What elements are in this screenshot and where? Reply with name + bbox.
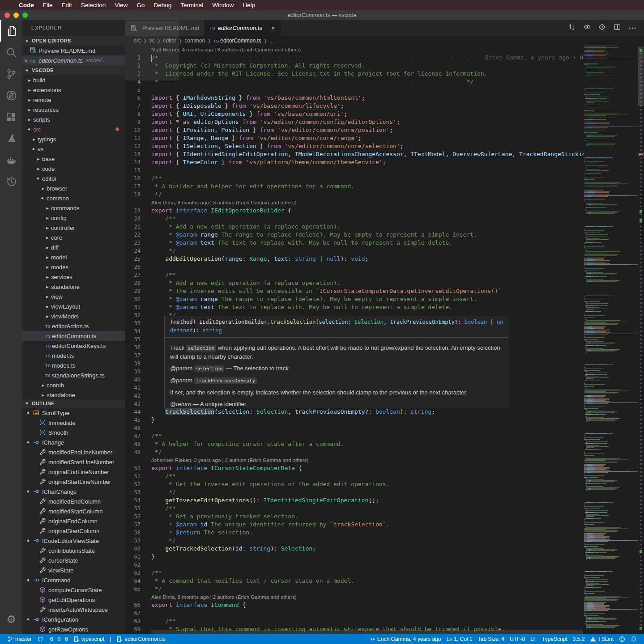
close-window-button[interactable]	[4, 13, 10, 18]
menu-item-code[interactable]: Code	[14, 0, 38, 10]
tree-item-standalone[interactable]: ▸standalone	[22, 390, 125, 398]
code-line[interactable]: 65 */	[125, 585, 644, 593]
code-line[interactable]: 67	[125, 609, 644, 617]
code-line[interactable]: 11import { IRange, Range } from 'vs/edit…	[125, 134, 644, 142]
statusbar-ln-1-col-1[interactable]: Ln 1, Col 1	[444, 634, 475, 644]
menu-item-view[interactable]: View	[110, 0, 132, 10]
menu-item-terminal[interactable]: Terminal	[176, 0, 208, 10]
tab-editorCommon.ts[interactable]: TSeditorCommon.ts×	[205, 20, 281, 36]
code-line[interactable]: 63/**	[125, 569, 644, 577]
outline-header[interactable]: ▸ OUTLINE	[22, 398, 125, 408]
close-editor-icon[interactable]: ×	[22, 57, 30, 64]
window-titlebar[interactable]: editorCommon.ts — vscode	[0, 10, 644, 20]
tree-item-modes.ts[interactable]: TSmodes.ts	[22, 360, 125, 370]
code-line[interactable]: 26	[125, 263, 644, 271]
statusbar-typescript[interactable]: typescript	[71, 634, 107, 644]
outline-item-getRawOptions[interactable]: getRawOptions	[22, 624, 125, 634]
menu-item-selection[interactable]: Selection	[77, 0, 111, 10]
code-line[interactable]: 17 * A builder and helper for edit opera…	[125, 182, 644, 191]
code-line[interactable]: 68 /**	[125, 617, 644, 625]
tree-item-editor[interactable]: ▸editor	[22, 174, 125, 183]
activitybar-settings-gear[interactable]: ⚙	[0, 609, 22, 630]
code-line[interactable]: 29 * The inverse edits will be accessibl…	[125, 287, 644, 295]
menu-item-debug[interactable]: Debug	[149, 0, 176, 10]
minimize-window-button[interactable]	[13, 13, 19, 18]
codelens-link[interactable]: Alex Dima, 8 months ago | 2 authors (Eri…	[125, 593, 644, 601]
tree-item-scripts[interactable]: ▸scripts	[22, 114, 125, 124]
statusbar-3-5-2[interactable]: 3.5.2	[570, 634, 588, 644]
action-open-changes[interactable]	[598, 23, 606, 33]
code-line[interactable]: 52 * Get the inverse edit operations of …	[125, 480, 644, 488]
code-line[interactable]: 25 addEditOperation(range: Range, text: …	[125, 255, 644, 263]
menu-item-file[interactable]: File	[38, 0, 57, 10]
code-line[interactable]: 12import { ISelection, Selection } from …	[125, 142, 644, 150]
code-line[interactable]: 27 /**	[125, 271, 644, 279]
action-compare-changes[interactable]	[568, 23, 576, 33]
code-line[interactable]: 10import { IPosition, Position } from 'v…	[125, 126, 644, 134]
code-line[interactable]: 46	[125, 424, 644, 432]
breadcrumb-file[interactable]: TSeditorCommon.ts	[213, 38, 262, 44]
tree-item-services[interactable]: ▸services	[22, 272, 125, 282]
tree-item-base[interactable]: ▸base	[22, 154, 125, 164]
outline-item-ICharChange[interactable]: ▸ICharChange	[22, 487, 125, 496]
tree-item-standalone[interactable]: ▸standalone	[22, 282, 125, 292]
outline-item-computeCursorState[interactable]: computeCursorState	[22, 585, 125, 595]
horizontal-scrollbar[interactable]	[151, 630, 583, 634]
code-line[interactable]: 6import { IMarkdownString } from 'vs/bas…	[125, 94, 644, 102]
statusbar-smiley[interactable]	[616, 634, 628, 644]
code-line[interactable]: 5	[125, 86, 644, 94]
outline-item-viewState[interactable]: viewState	[22, 565, 125, 575]
tree-item-typings[interactable]: ▸typings	[22, 134, 125, 144]
code-line[interactable]: 59 */	[125, 537, 644, 545]
menu-item-window[interactable]: Window	[208, 0, 238, 10]
outline-item-contributionsState[interactable]: contributionsState	[22, 546, 125, 555]
code-line[interactable]: 24 */	[125, 247, 644, 255]
vertical-scrollbar[interactable]	[638, 46, 644, 634]
statusbar--[interactable]: |	[107, 634, 114, 644]
code-line[interactable]: 57 * @param id The unique identifier ret…	[125, 521, 644, 529]
code-line[interactable]: 4 *-------------------------------------…	[125, 78, 644, 86]
code-line[interactable]: 23 * @param text The text to replace wit…	[125, 239, 644, 247]
activitybar-source-control[interactable]	[0, 63, 22, 85]
statusbar-tslint[interactable]: TSLint	[587, 634, 616, 644]
codelens-link[interactable]: Alex Dima, 8 months ago | 3 authors (Eri…	[125, 199, 644, 207]
tree-item-contrib[interactable]: ▸contrib	[22, 380, 125, 390]
menu-item-go[interactable]: Go	[132, 0, 149, 10]
outline-item-ScrollType[interactable]: ▸ScrollType	[22, 408, 125, 418]
outline-item-originalStartLineNumber[interactable]: originalStartLineNumber	[22, 477, 125, 487]
outline-item-IChange[interactable]: ▸IChange	[22, 437, 125, 447]
code-line[interactable]: 64 * A command that modifies text / curs…	[125, 577, 644, 585]
outline-item-modifiedStartColumn[interactable]: modifiedStartColumn	[22, 506, 125, 516]
tree-item-model.ts[interactable]: TSmodel.ts	[22, 351, 125, 360]
minimap-slider[interactable]	[125, 21, 179, 80]
code-line[interactable]: 45}	[125, 416, 644, 424]
more-actions-icon[interactable]: ···	[629, 24, 637, 32]
tree-item-editorCommon.ts[interactable]: TSeditorCommon.ts	[22, 331, 125, 341]
code-line[interactable]: 62	[125, 561, 644, 569]
tree-item-standaloneStrings.ts[interactable]: TSstandaloneStrings.ts	[22, 370, 125, 380]
activitybar-history[interactable]	[0, 170, 22, 192]
code-line[interactable]: 66export interface ICommand {	[125, 601, 644, 609]
code-line[interactable]: 13import { IIdentifiedSingleEditOperatio…	[125, 150, 644, 158]
statusbar-utf-8[interactable]: UTF-8	[507, 634, 528, 644]
code-line[interactable]: 48 * A helper for computing cursor state…	[125, 440, 644, 448]
tree-item-remote[interactable]: ▸remote	[22, 95, 125, 105]
open-editor-item[interactable]: ×TSeditorCommon.tssrc/vs/...	[22, 55, 125, 65]
tree-item-controller[interactable]: ▸controller	[22, 223, 125, 233]
code-line[interactable]: 60 getTrackedSelection(id: string): Sele…	[125, 545, 644, 553]
code-line[interactable]: 56 * Get a previously tracked selection.	[125, 513, 644, 521]
outline-item-getEditOperations[interactable]: getEditOperations	[22, 595, 125, 605]
outline-item-modifiedStartLineNumber[interactable]: modifiedStartLineNumber	[22, 457, 125, 467]
statusbar-editorcommon-ts[interactable]: editorCommon.ts	[114, 634, 168, 644]
tree-item-extensions[interactable]: ▸extensions	[22, 85, 125, 95]
outline-item-modifiedEndColumn[interactable]: modifiedEndColumn	[22, 496, 125, 506]
outline-item-originalStartColumn[interactable]: originalStartColumn	[22, 526, 125, 536]
open-editors-header[interactable]: ▸ OPEN EDITORS	[22, 36, 125, 46]
outline-item-originalEndColumn[interactable]: originalEndColumn	[22, 516, 125, 526]
tree-item-model[interactable]: ▸model	[22, 252, 125, 262]
codelens-link[interactable]: Johannes Rieken, 3 years ago | 2 authors…	[125, 456, 644, 464]
tree-item-modes[interactable]: ▸modes	[22, 262, 125, 272]
code-line[interactable]: 51 /**	[125, 472, 644, 480]
activitybar-docker[interactable]	[0, 149, 22, 170]
outline-item-insertsAutoWhitespace[interactable]: insertsAutoWhitespace	[22, 605, 125, 614]
